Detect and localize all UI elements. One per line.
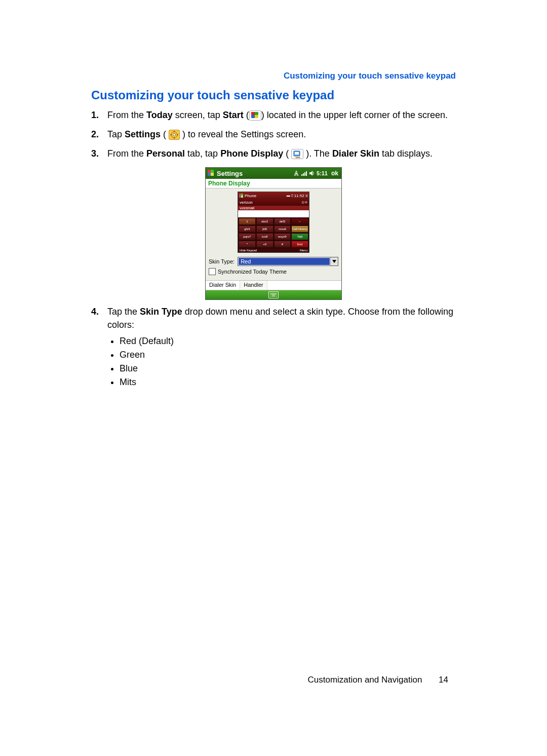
preview-keypad: 1 abc2 def3 ← ghi4 jkl5 mno6 Call Histor… <box>238 217 309 248</box>
key-4: ghi4 <box>239 225 256 233</box>
text: screen, tap <box>173 110 223 120</box>
key-1: 1 <box>239 218 256 225</box>
svg-rect-13 <box>211 170 214 173</box>
svg-rect-18 <box>304 172 305 176</box>
sync-theme-checkbox[interactable] <box>209 268 216 275</box>
svg-rect-19 <box>306 171 307 176</box>
dialer-preview: Phone ▬ ▯ 11:52 X verizon ☺≡ voicemail 1 <box>238 192 309 253</box>
settings-bold: Settings <box>125 129 161 139</box>
svg-rect-0 <box>251 112 255 115</box>
ok-button[interactable]: ok <box>330 170 339 177</box>
svg-rect-24 <box>241 196 243 198</box>
text: From the <box>107 110 146 120</box>
personal-bold: Personal <box>146 148 185 159</box>
screen-subtitle: Phone Display <box>206 179 341 188</box>
text: tab displays. <box>379 148 433 159</box>
key-7: pqrs7 <box>239 233 256 240</box>
instruction-list: From the Today screen, tap Start () loca… <box>91 108 456 160</box>
preview-close-icon: X <box>305 194 308 198</box>
svg-point-5 <box>173 134 176 136</box>
preview-title: Phone <box>245 194 256 198</box>
option-green: Green <box>120 348 456 362</box>
skin-type-selected-value: Red <box>239 258 330 265</box>
svg-rect-11 <box>295 152 299 155</box>
key-3: def3 <box>274 218 291 225</box>
svg-rect-12 <box>208 170 211 173</box>
embedded-screenshot: Settings 5:11 ok Phone Display Phone <box>205 167 342 300</box>
step-2: Tap Settings ( ) to reveal the Settings … <box>91 128 456 141</box>
preview-time: 11:52 <box>294 194 304 198</box>
footer-section-name: Customization and Navigation <box>307 675 422 685</box>
text: Tap <box>107 129 125 139</box>
keyboard-icon[interactable] <box>268 291 279 298</box>
text: ( <box>283 148 291 159</box>
option-mits: Mits <box>120 375 456 389</box>
start-bold: Start <box>223 110 244 120</box>
phone-display-icon <box>291 149 303 159</box>
svg-rect-3 <box>255 115 258 118</box>
signal-icon <box>301 170 307 176</box>
svg-rect-14 <box>208 173 211 176</box>
window-title: Settings <box>217 170 243 177</box>
key-6: mno6 <box>274 225 291 233</box>
key-5: jkl5 <box>256 225 274 233</box>
bottom-bar <box>206 290 341 299</box>
skin-type-dropdown[interactable]: Red <box>238 257 338 266</box>
skin-preview-area: Phone ▬ ▯ 11:52 X verizon ☺≡ voicemail 1 <box>206 188 341 255</box>
preview-voicemail-label: voicemail <box>238 206 309 210</box>
settings-gear-icon <box>169 130 180 140</box>
step-4: Tap the Skin Type drop down menu and sel… <box>91 305 456 389</box>
preview-softkey-bar: Hide Keypad Menu <box>238 248 309 252</box>
key-2: abc2 <box>256 218 274 225</box>
preview-titlebar: Phone ▬ ▯ 11:52 X <box>238 192 309 199</box>
connection-icon <box>294 170 300 176</box>
status-area: 5:11 <box>294 170 328 176</box>
start-flag-icon <box>249 110 261 121</box>
dialer-skin-bold: Dialer Skin <box>332 148 379 159</box>
svg-rect-17 <box>303 173 304 176</box>
page-number: 14 <box>439 675 448 685</box>
operator-label: verizon <box>240 200 253 205</box>
skin-type-bold: Skin Type <box>140 307 182 317</box>
svg-marker-25 <box>332 260 336 263</box>
color-options-list: Red (Default) Green Blue Mits <box>120 334 456 389</box>
today-bold: Today <box>146 110 173 120</box>
text: ). The <box>303 148 332 159</box>
start-flag-icon <box>239 194 244 198</box>
key-end: End <box>291 241 308 248</box>
preview-signal-icon: ▬ ▯ <box>287 194 293 198</box>
text: tab, tap <box>185 148 220 159</box>
option-red: Red (Default) <box>120 334 456 348</box>
text: ( <box>244 110 249 120</box>
start-flag-icon[interactable] <box>208 170 215 177</box>
key-hash: # <box>274 241 291 248</box>
tab-handler[interactable]: Handler <box>240 281 267 290</box>
svg-rect-1 <box>255 112 258 115</box>
instruction-list-cont: Tap the Skin Type drop down menu and sel… <box>91 305 456 389</box>
key-talk: Talk <box>291 233 308 240</box>
key-call-history: Call History <box>291 225 308 233</box>
softkey-right: Menu <box>300 249 307 252</box>
text: Tap the <box>107 307 140 317</box>
page-footer: Customization and Navigation 14 <box>307 675 448 685</box>
tab-dialer-skin[interactable]: Dialer Skin <box>206 281 240 290</box>
chevron-down-icon[interactable] <box>330 257 338 266</box>
key-backspace: ← <box>291 218 308 225</box>
sync-theme-label: Synchronized Today Theme <box>218 269 287 275</box>
tab-bar: Dialer Skin Handler <box>206 280 341 290</box>
option-blue: Blue <box>120 362 456 375</box>
key-0: +0 <box>256 241 274 248</box>
key-star: * <box>239 241 256 248</box>
clock-time: 5:11 <box>317 170 328 176</box>
svg-marker-20 <box>309 171 312 176</box>
form-area: Skin Type: Red Synchronized Today Theme <box>206 255 341 280</box>
softkey-left: Hide Keypad <box>240 249 257 252</box>
svg-rect-2 <box>251 115 255 118</box>
volume-icon <box>309 170 315 176</box>
skin-type-label: Skin Type: <box>209 258 235 264</box>
step-3: From the Personal tab, tap Phone Display… <box>91 147 456 160</box>
step-1: From the Today screen, tap Start () loca… <box>91 108 456 122</box>
svg-rect-16 <box>301 174 302 176</box>
svg-rect-21 <box>239 194 241 196</box>
section-heading: Customizing your touch sensative keypad <box>91 88 456 102</box>
